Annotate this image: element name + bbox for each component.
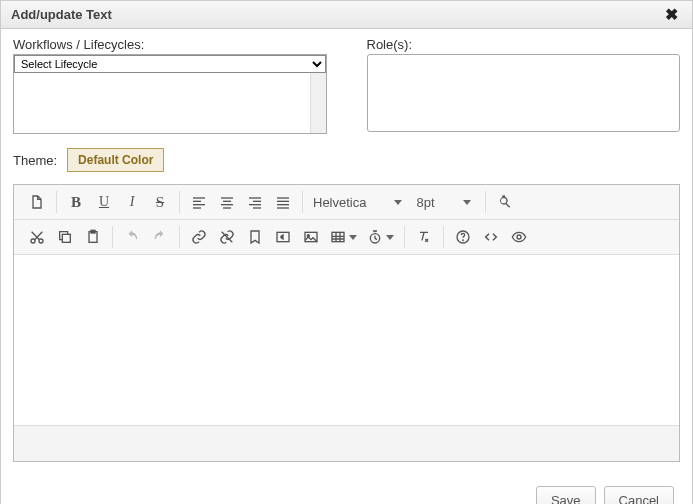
cancel-button[interactable]: Cancel: [604, 486, 674, 504]
redo-icon[interactable]: [151, 227, 169, 247]
editor-statusbar: [14, 425, 679, 461]
source-code-icon[interactable]: [482, 227, 500, 247]
svg-point-17: [31, 239, 35, 243]
copy-icon[interactable]: [56, 227, 74, 247]
roles-label: Role(s):: [367, 37, 681, 52]
workflows-label: Workflows / Lifecycles:: [13, 37, 327, 52]
table-icon[interactable]: [330, 227, 357, 247]
svg-rect-3: [193, 207, 201, 208]
align-center-icon[interactable]: [218, 192, 236, 212]
svg-rect-16: [502, 195, 505, 197]
svg-rect-19: [62, 234, 70, 242]
preview-icon[interactable]: [510, 227, 528, 247]
close-icon[interactable]: ✖: [661, 5, 682, 24]
svg-rect-11: [253, 207, 261, 208]
svg-rect-2: [193, 204, 205, 205]
svg-rect-4: [221, 197, 233, 198]
italic-button[interactable]: I: [123, 192, 141, 212]
strikethrough-button[interactable]: S: [151, 192, 169, 212]
svg-rect-14: [277, 204, 289, 205]
roles-box[interactable]: [367, 54, 681, 132]
dialog-title: Add/update Text: [11, 7, 112, 22]
dialog-header: Add/update Text ✖: [1, 1, 692, 29]
svg-rect-7: [223, 207, 231, 208]
theme-badge[interactable]: Default Color: [67, 148, 164, 172]
svg-point-29: [517, 235, 521, 239]
bookmark-icon[interactable]: [246, 227, 264, 247]
svg-rect-12: [277, 197, 289, 198]
find-icon[interactable]: [496, 192, 514, 212]
svg-rect-9: [253, 201, 261, 202]
new-document-icon[interactable]: [28, 192, 46, 212]
chevron-down-icon: [463, 200, 471, 205]
svg-rect-6: [221, 204, 233, 205]
svg-rect-13: [277, 201, 289, 202]
svg-rect-1: [193, 201, 201, 202]
align-left-icon[interactable]: [190, 192, 208, 212]
scrollbar[interactable]: [310, 73, 326, 133]
editor-textarea[interactable]: [14, 255, 679, 425]
font-size-select[interactable]: 8pt: [416, 195, 474, 210]
time-icon[interactable]: [367, 227, 394, 247]
underline-button[interactable]: U: [95, 192, 113, 212]
chevron-down-icon: [394, 200, 402, 205]
workflows-box: Select Lifecycle: [13, 54, 327, 134]
paste-icon[interactable]: [84, 227, 102, 247]
embed-icon[interactable]: [274, 227, 292, 247]
undo-icon[interactable]: [123, 227, 141, 247]
svg-point-28: [463, 240, 464, 241]
rich-text-editor: B U I S Helvetica: [13, 184, 680, 462]
svg-rect-15: [277, 207, 289, 208]
help-icon[interactable]: [454, 227, 472, 247]
svg-rect-0: [193, 197, 205, 198]
bold-button[interactable]: B: [67, 192, 85, 212]
link-icon[interactable]: [190, 227, 208, 247]
align-right-icon[interactable]: [246, 192, 264, 212]
image-icon[interactable]: [302, 227, 320, 247]
theme-label: Theme:: [13, 153, 57, 168]
save-button[interactable]: Save: [536, 486, 596, 504]
clear-format-icon[interactable]: [415, 227, 433, 247]
font-family-select[interactable]: Helvetica: [313, 195, 406, 210]
chevron-down-icon: [386, 235, 394, 240]
font-family-value: Helvetica: [313, 195, 366, 210]
svg-rect-5: [223, 201, 231, 202]
svg-rect-21: [91, 230, 95, 233]
lifecycle-select[interactable]: Select Lifecycle: [14, 55, 326, 73]
align-justify-icon[interactable]: [274, 192, 292, 212]
svg-rect-8: [249, 197, 261, 198]
chevron-down-icon: [349, 235, 357, 240]
cut-icon[interactable]: [28, 227, 46, 247]
svg-rect-10: [249, 204, 261, 205]
unlink-icon[interactable]: [218, 227, 236, 247]
font-size-value: 8pt: [416, 195, 434, 210]
svg-point-18: [39, 239, 43, 243]
dialog: Add/update Text ✖ Workflows / Lifecycles…: [0, 0, 693, 504]
